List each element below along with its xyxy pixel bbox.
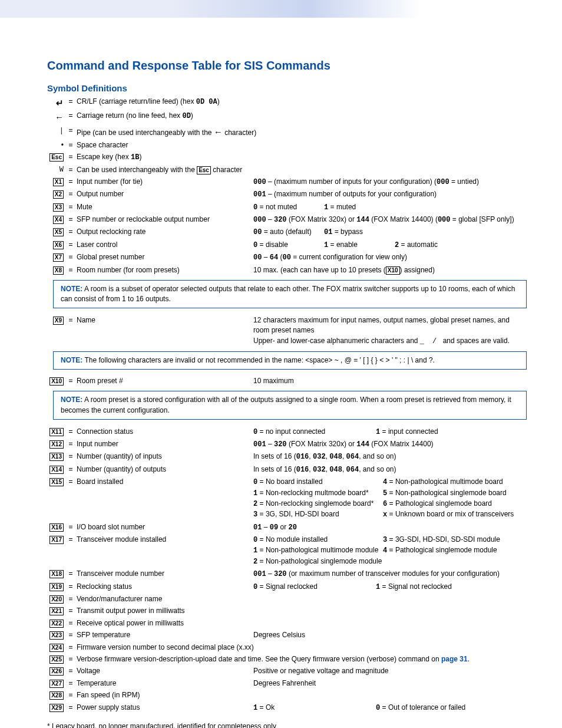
crlf-icon: [56, 100, 64, 108]
row-x25: X25 = Verbose firmware version-descripti…: [47, 653, 527, 665]
section-subtitle: Symbol Definitions: [47, 83, 527, 93]
page-31-link[interactable]: page 31: [441, 655, 468, 663]
page-title: Command and Response Table for SIS Comma…: [47, 59, 527, 73]
row-x15: X15 = Board installed 0 = No board insta…: [47, 476, 527, 522]
row-x12: X12 = Input number 001 – 320 (FOX Matrix…: [47, 438, 527, 450]
x3-label: X3: [53, 203, 64, 212]
row-x6: X6 = Laser control 0 = disable 1 = enabl…: [47, 239, 527, 251]
sym-row-space: = Space character: [47, 139, 527, 151]
row-x21: X21=Transmit output power in milliwatts: [47, 605, 527, 617]
x13-label: X13: [49, 453, 64, 461]
x6-label: X6: [53, 241, 64, 249]
x9-label: X9: [53, 317, 64, 325]
row-x3: X3 = Mute 0 = not muted 1 = muted: [47, 201, 527, 213]
x11-label: X11: [49, 428, 64, 436]
x19-label: X19: [49, 583, 64, 591]
sym-row-crlf: = CR/LF (carriage return/line feed) (hex…: [47, 95, 527, 110]
row-x8: X8 = Room number (for room presets) 10 m…: [47, 264, 527, 276]
x7-label: X7: [53, 253, 64, 262]
header-gradient-bar: [0, 0, 562, 18]
row-x19: X19 = Reclocking status 0 = Signal reclo…: [47, 581, 527, 593]
sym-row-w: W = Can be used interchangeably with the…: [47, 164, 527, 176]
row-x7: X7 = Global preset number 00 – 64 (00 = …: [47, 252, 527, 264]
x5-label: X5: [53, 228, 64, 236]
dot-icon: [61, 141, 64, 149]
sym-row-pipe: = Pipe (can be used interchangeably with…: [47, 125, 527, 140]
x15-label: X15: [49, 478, 64, 486]
cr-icon-inline: [214, 129, 223, 137]
row-x14: X14 = Number (quantity) of outputs In se…: [47, 463, 527, 476]
x2-label: X2: [53, 190, 64, 199]
x22-label: X22: [49, 620, 64, 628]
x10-label: X10: [49, 377, 64, 386]
row-x23: X23=SFP temperatureDegrees Celsius: [47, 630, 527, 641]
x1-label: X1: [53, 178, 64, 186]
row-x24: X24=Firmware version number to second de…: [47, 641, 527, 653]
row-x1: X1 = Input number (for tie) 000 – (maxim…: [47, 176, 527, 188]
row-x17: X17 = Transceiver module installed 0 = N…: [47, 534, 527, 568]
legacy-footnote: * Legacy board, no longer manufactured, …: [47, 722, 527, 728]
pipe-icon: [59, 126, 64, 134]
x24-label: X24: [49, 644, 64, 652]
x18-label: X18: [49, 570, 64, 578]
x17-label: X17: [49, 536, 64, 544]
x8-label: X8: [53, 266, 64, 275]
row-x2: X2 = Output number 001 – (maximum number…: [47, 189, 527, 201]
x28-label: X28: [49, 691, 64, 700]
x12-label: X12: [49, 440, 64, 449]
row-x9: X9 = Name 12 characters maximum for inpu…: [47, 314, 527, 347]
x10-label-inline: X10: [386, 266, 400, 275]
x26-label: X26: [49, 667, 64, 676]
x25-label: X25: [49, 655, 64, 664]
x4-label: X4: [53, 216, 64, 224]
row-x27: X27=TemperatureDegrees Fahrenheit: [47, 677, 527, 689]
row-x28: X28=Fan speed (in RPM): [47, 690, 527, 701]
row-x29: X29 = Power supply status 1 = Ok 0 = Out…: [47, 701, 527, 714]
x14-label: X14: [49, 466, 64, 474]
x27-label: X27: [49, 680, 64, 688]
row-x18: X18 = Transceiver module number 001 – 32…: [47, 568, 527, 581]
x16-label: X16: [49, 523, 64, 532]
note-room: NOTE: A room is a subset of operator sel…: [53, 280, 527, 309]
row-x11: X11 = Connection status 0 = no input con…: [47, 426, 527, 438]
row-x26: X26=VoltagePositive or negative voltage …: [47, 666, 527, 677]
row-x20: X20=Vendor/manufacturer name: [47, 594, 527, 605]
sym-row-esc: Esc = Escape key (hex 1B): [47, 151, 527, 164]
row-x4: X4 = SFP number or reclockable output nu…: [47, 214, 527, 226]
x20-label: X20: [49, 595, 64, 604]
sym-row-cr: = Carriage return (no line feed, hex 0D): [47, 110, 527, 125]
note-invalid-chars: NOTE: The following characters are inval…: [53, 351, 527, 370]
row-x10: X10 = Room preset # 10 maximum: [47, 375, 527, 387]
esc-icon-inline: Esc: [197, 166, 211, 174]
row-x5: X5 = Output reclocking rate 00 = auto (d…: [47, 226, 527, 239]
cr-icon: [55, 114, 64, 122]
note-room-preset: NOTE: A room preset is a stored configur…: [53, 391, 527, 420]
x29-label: X29: [49, 704, 64, 712]
row-x13: X13 = Number (quantity) of inputs In set…: [47, 451, 527, 463]
page: Command and Response Table for SIS Comma…: [0, 0, 562, 728]
esc-icon: Esc: [49, 153, 64, 162]
x23-label: X23: [49, 631, 64, 640]
row-x22: X22=Receive optical power in milliwatts: [47, 617, 527, 629]
x21-label: X21: [49, 607, 64, 615]
row-x16: X16 = I/O board slot number 01 – 09 or 2…: [47, 521, 527, 533]
